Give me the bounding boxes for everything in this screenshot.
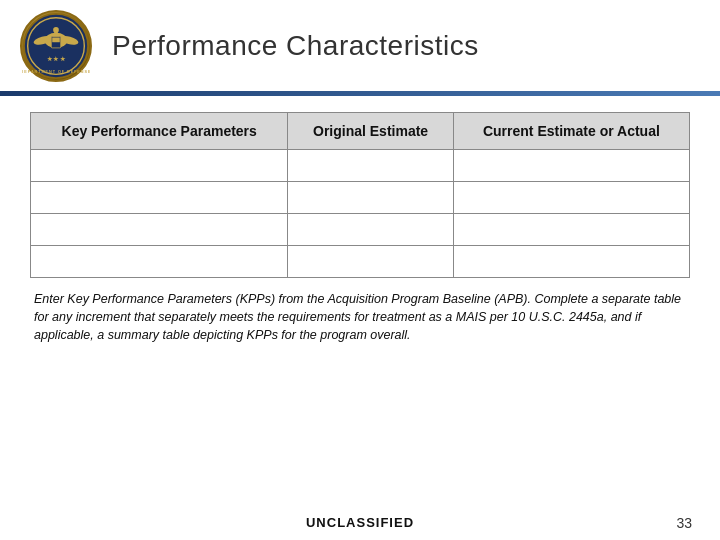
table-header-row: Key Performance Parameters Original Esti… bbox=[31, 113, 690, 150]
dod-seal: ★ ★ ★ DEPARTMENT OF DEFENSE bbox=[20, 10, 92, 82]
row1-col3 bbox=[453, 150, 689, 182]
svg-point-5 bbox=[53, 27, 59, 33]
svg-text:★ ★ ★: ★ ★ ★ bbox=[47, 56, 66, 62]
instruction-text: Enter Key Performance Parameters (KPPs) … bbox=[30, 290, 690, 344]
page-title: Performance Characteristics bbox=[112, 30, 479, 62]
row3-col1 bbox=[31, 214, 288, 246]
row2-col3 bbox=[453, 182, 689, 214]
svg-rect-9 bbox=[52, 38, 60, 43]
row4-col2 bbox=[288, 246, 453, 278]
footer: UNCLASSIFIED 33 bbox=[0, 515, 720, 530]
header: ★ ★ ★ DEPARTMENT OF DEFENSE Performance … bbox=[0, 0, 720, 87]
col-header-current: Current Estimate or Actual bbox=[453, 113, 689, 150]
table-row bbox=[31, 182, 690, 214]
table-row bbox=[31, 150, 690, 182]
col-header-original: Original Estimate bbox=[288, 113, 453, 150]
col-header-kpp: Key Performance Parameters bbox=[31, 113, 288, 150]
row4-col3 bbox=[453, 246, 689, 278]
row2-col2 bbox=[288, 182, 453, 214]
svg-text:DEPARTMENT OF DEFENSE: DEPARTMENT OF DEFENSE bbox=[22, 70, 90, 74]
row3-col3 bbox=[453, 214, 689, 246]
main-content: Key Performance Parameters Original Esti… bbox=[0, 96, 720, 354]
row3-col2 bbox=[288, 214, 453, 246]
row4-col1 bbox=[31, 246, 288, 278]
row1-col2 bbox=[288, 150, 453, 182]
classification-label: UNCLASSIFIED bbox=[306, 515, 414, 530]
page-number: 33 bbox=[676, 515, 692, 531]
row1-col1 bbox=[31, 150, 288, 182]
row2-col1 bbox=[31, 182, 288, 214]
table-row bbox=[31, 246, 690, 278]
kpp-table: Key Performance Parameters Original Esti… bbox=[30, 112, 690, 278]
table-row bbox=[31, 214, 690, 246]
